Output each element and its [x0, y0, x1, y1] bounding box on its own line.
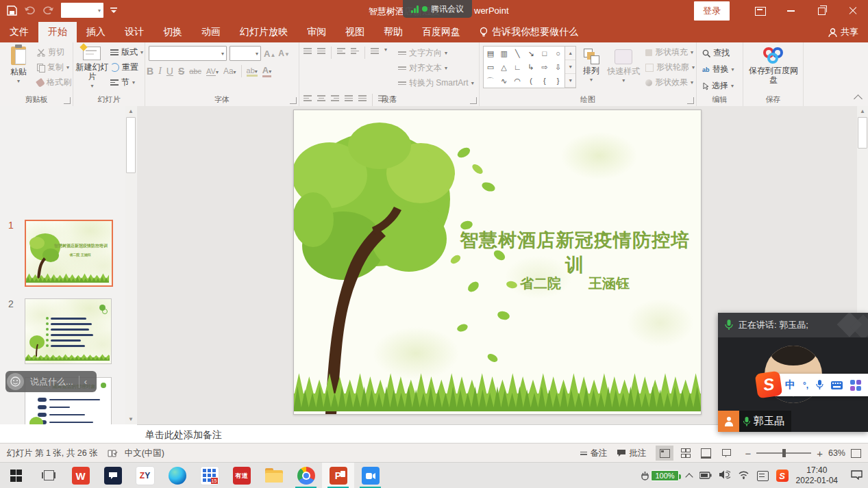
tab-review[interactable]: 审阅 [297, 22, 336, 42]
ime-toolbox-icon[interactable] [850, 380, 861, 391]
shape-icon[interactable]: ▭ [487, 63, 494, 72]
meeting-video-window[interactable]: 正在讲话: 郭玉晶; 郭玉晶 [718, 313, 868, 432]
shape-icon[interactable]: ⇩ [555, 63, 561, 72]
tab-view[interactable]: 视图 [336, 22, 374, 42]
collapse-chevron-icon[interactable]: ‹ [84, 376, 87, 387]
tab-slideshow[interactable]: 幻灯片放映 [230, 22, 297, 42]
slideshow-view-button[interactable] [717, 446, 735, 461]
battery-status[interactable]: 100% [641, 470, 678, 481]
shape-icon[interactable]: ⇨ [541, 63, 547, 72]
restore-button[interactable] [806, 0, 837, 22]
shape-icon[interactable]: ▤ [487, 49, 494, 58]
slide-thumbnail-1[interactable]: 智慧树酒店新冠疫情防控培训 省二院 王涵钰 [25, 220, 113, 287]
battery-icon[interactable] [699, 470, 712, 482]
scrollbar-thumb[interactable] [858, 117, 867, 149]
customize-qat-icon[interactable] [110, 7, 117, 14]
slide-canvas[interactable]: 智慧树酒店新冠疫情防控培训 省二院 王涵钰 [293, 110, 702, 415]
zoom-slider[interactable] [756, 452, 811, 454]
notes-placeholder[interactable]: 单击此处添加备注 [145, 429, 222, 441]
shape-icon[interactable]: ∟ [514, 63, 521, 72]
taskbar-word-app[interactable]: W [64, 463, 97, 488]
tab-animations[interactable]: 动画 [192, 22, 230, 42]
task-view-button[interactable] [32, 463, 64, 488]
select-button[interactable]: 选择▾ [701, 79, 736, 92]
ime-keyboard-icon[interactable] [831, 381, 843, 389]
shape-icon[interactable]: △ [501, 63, 506, 72]
shape-icon[interactable]: ⌒ [486, 77, 494, 86]
paste-button[interactable]: 粘贴▾ [3, 44, 34, 91]
zoom-in-button[interactable]: + [817, 448, 823, 459]
chat-input-placeholder[interactable]: 说点什么... [30, 376, 73, 388]
arrange-button[interactable]: 排列▾ [576, 46, 606, 92]
shape-icon[interactable]: ( [530, 77, 532, 86]
ime-mic-icon[interactable] [816, 380, 823, 390]
taskbar-powerpoint-app[interactable]: P [322, 463, 354, 488]
action-center-icon[interactable] [851, 470, 863, 483]
taskbar-chrome-browser[interactable] [290, 463, 322, 488]
save-icon[interactable] [7, 5, 17, 16]
scrollbar-thumb[interactable] [126, 117, 136, 173]
paragraph-dialog-launcher[interactable] [470, 97, 477, 104]
tell-me-box[interactable]: 告诉我你想要做什么 [470, 22, 588, 42]
ime-icon[interactable] [757, 471, 769, 481]
ribbon-display-options-button[interactable] [745, 0, 776, 22]
wifi-icon[interactable] [738, 470, 749, 482]
tab-insert[interactable]: 插入 [77, 22, 115, 42]
qat-dropdown[interactable]: ▾ [61, 3, 103, 18]
taskbar-youdao-app[interactable]: 有道 [225, 463, 258, 488]
zoom-level[interactable]: 63% [828, 448, 845, 458]
taskbar-clock[interactable]: 17:402022-01-04 [796, 465, 838, 486]
notes-toggle-button[interactable]: 备注 [580, 448, 607, 459]
shape-icon[interactable]: ○ [556, 49, 560, 58]
login-button[interactable]: 登录 [694, 1, 730, 21]
shape-icon[interactable]: ↘ [528, 49, 534, 58]
shapes-scroll-down[interactable]: ▼ [565, 60, 575, 74]
tencent-meeting-pill[interactable]: 腾讯会议 [403, 0, 472, 18]
shapes-more-button[interactable]: ▼ [565, 74, 575, 88]
tab-home[interactable]: 开始 [38, 22, 77, 42]
reading-view-button[interactable] [697, 446, 715, 461]
tab-transitions[interactable]: 切换 [153, 22, 192, 42]
shapes-scroll-up[interactable]: ▲ [565, 47, 575, 60]
scroll-up-button[interactable]: ▲ [125, 106, 136, 116]
new-slide-button[interactable]: 新建幻灯片▾ [75, 44, 109, 91]
spellcheck-icon[interactable] [108, 449, 118, 458]
scroll-up-button[interactable]: ▲ [857, 106, 868, 116]
slide-subtitle[interactable]: 省二院 王涵钰 [472, 274, 678, 293]
fit-slide-button[interactable] [851, 449, 861, 458]
shape-icon[interactable]: ▥ [500, 49, 507, 58]
section-button[interactable]: 节▾ [109, 76, 145, 89]
shape-icon[interactable]: { [543, 77, 546, 86]
zoom-slider-thumb[interactable] [782, 449, 786, 457]
taskbar-calendar-app[interactable]: 15 [193, 463, 225, 488]
language-indicator[interactable]: 中文(中国) [125, 448, 164, 459]
taskbar-tencent-meeting-app[interactable] [354, 463, 386, 488]
tab-help[interactable]: 帮助 [374, 22, 412, 42]
font-dialog-launcher[interactable] [290, 97, 297, 104]
start-button[interactable] [0, 463, 32, 488]
layout-button[interactable]: 版式▾ [109, 46, 145, 59]
shape-icon[interactable]: ╲ [515, 49, 520, 58]
meeting-chat-bubble[interactable]: 说点什么... ‹ [5, 371, 97, 392]
slide-title[interactable]: 智慧树酒店新冠疫情防控培训 [451, 228, 698, 277]
shape-icon[interactable]: ↳ [528, 63, 534, 72]
replace-button[interactable]: ab替换▾ [701, 63, 736, 76]
close-button[interactable] [837, 0, 868, 22]
taskbar-zy-app[interactable]: ZY [129, 463, 161, 488]
taskbar-file-explorer[interactable] [258, 463, 290, 488]
volume-icon[interactable] [719, 470, 730, 482]
shape-icon[interactable]: ◠ [514, 77, 521, 86]
zoom-out-button[interactable]: − [745, 448, 751, 459]
share-button[interactable]: 共享 [828, 22, 858, 42]
tab-design[interactable]: 设计 [115, 22, 153, 42]
shape-icon[interactable]: } [557, 77, 560, 86]
scroll-down-button[interactable]: ▼ [125, 414, 136, 424]
drawing-dialog-launcher[interactable] [687, 97, 694, 104]
slide-sorter-view-button[interactable] [676, 446, 694, 461]
shape-icon[interactable]: □ [542, 49, 547, 58]
taskbar-chat-app[interactable] [97, 463, 129, 488]
sogou-ime-toolbar[interactable]: S 中 °, [762, 374, 868, 396]
thumbnail-scrollbar[interactable]: ▲ ▼ [125, 106, 136, 424]
reset-button[interactable]: 重置 [109, 61, 145, 74]
ime-mode-chinese[interactable]: 中 [785, 378, 795, 391]
